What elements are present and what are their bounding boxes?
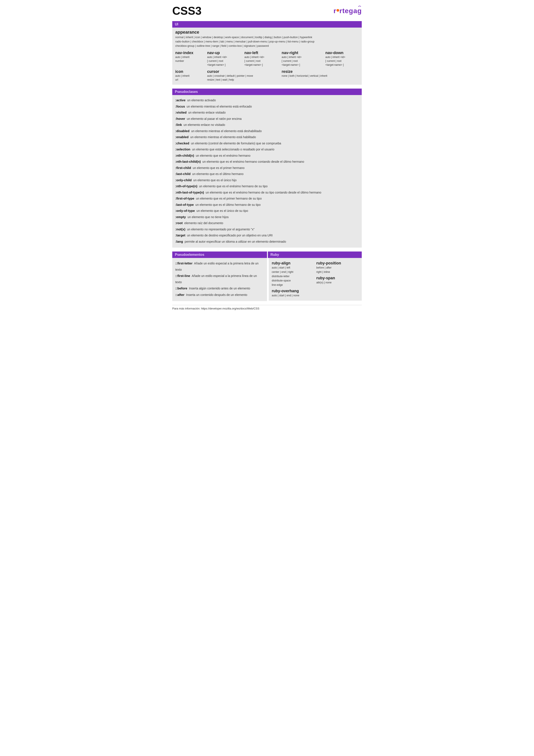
pseudo-only-child: :only-child un elemento que es el único … xyxy=(175,177,359,183)
pseudo-first-child: :first-child un elemento que es el prime… xyxy=(175,165,359,171)
ruby-position-title: ruby-position xyxy=(316,261,359,265)
nav-index-title: nav-index xyxy=(175,51,205,55)
pseudo-checked: :checked un elemento (control de element… xyxy=(175,140,359,147)
nav-down-title: nav-down xyxy=(325,51,366,55)
bottom-grid: Pseudoelementos ::first-letter Añade un … xyxy=(172,252,362,301)
pseudo-last-child: :last-child un elemento que es el último… xyxy=(175,171,359,177)
pseudoclases-section-header: Pseudoclases xyxy=(172,89,362,95)
nav-right-prop: nav-right auto | inherit <id>[ current |… xyxy=(282,50,324,67)
pseudo-visited: :visited un elemento enlace visitado xyxy=(175,109,359,116)
ruby-overhang-values: auto | start | end | none xyxy=(272,293,314,298)
pseudo-nth-of-type: :nth-of-type(n) un elemento que es el en… xyxy=(175,183,359,189)
nav-down-values: auto | inherit <id>[ current | root<targ… xyxy=(325,55,366,67)
pseudo-last-of-type: :last-of-type un elemento que es el últi… xyxy=(175,202,359,208)
pseudo-empty: :empty un elemento que no tiene hijos xyxy=(175,214,359,220)
icon-prop: icon auto | inheriturl xyxy=(175,68,205,82)
ruby-position-values: before | afterright | inline xyxy=(316,265,359,274)
pseudo-active: :active un elemento activado xyxy=(175,97,359,103)
pseudo-target: :target un elemento de destino especific… xyxy=(175,232,359,239)
cursor-values: auto | crosshair | default | pointer | m… xyxy=(207,74,280,82)
icon-title: icon xyxy=(175,69,205,74)
ruby-section-header: Ruby xyxy=(268,252,362,258)
pseudo-first-line: ::first-line Añade un estilo especial a … xyxy=(175,273,264,285)
pseudoclases-section-body: :active un elemento activado :focus un e… xyxy=(172,95,362,248)
dot-orange-icon xyxy=(337,9,339,12)
ruby-align-title: ruby-align xyxy=(272,261,314,265)
pseudo-disabled: :disabled un elemento mientras el elemen… xyxy=(175,128,359,134)
ui-section-header: UI xyxy=(172,21,362,28)
ruby-align-values: auto | start | leftcenter | end | rightd… xyxy=(272,265,314,287)
pseudoelementos-section-body: ::first-letter Añade un estilo especial … xyxy=(172,258,267,301)
resize-prop: resize none | both | horizontal | vertic… xyxy=(282,68,366,78)
brand-logo: rrtegag xyxy=(334,7,362,15)
ui-section-body: appearance normal | inherit | icon | win… xyxy=(172,28,362,85)
ruby-props-grid: ruby-align auto | start | leftcenter | e… xyxy=(272,260,359,298)
pseudo-focus: :focus un elemento mientras el elemento … xyxy=(175,103,359,110)
nav-left-prop: nav-left auto | inherit <id>[ current | … xyxy=(244,50,280,67)
pseudo-not: :not(x) un elemento no representado por … xyxy=(175,226,359,232)
brand-hat: g xyxy=(357,7,362,15)
ruby-section-body: ruby-align auto | start | leftcenter | e… xyxy=(269,258,362,301)
pseudo-nth-child: :nth-child(n) un elemento que es el enés… xyxy=(175,152,359,159)
page-header: CSS3 rrtegag xyxy=(172,4,362,17)
cursor-prop: cursor auto | crosshair | default | poin… xyxy=(207,68,280,82)
ruby-span-title: ruby-span xyxy=(316,276,359,281)
resize-title: resize xyxy=(282,69,366,74)
pseudoelementos-col: Pseudoelementos ::first-letter Añade un … xyxy=(172,252,267,301)
nav-up-title: nav-up xyxy=(207,51,243,55)
pseudo-nth-last-of-type: :nth-last-of-type(n) un elemento que es … xyxy=(175,189,359,196)
nav-right-title: nav-right xyxy=(282,51,324,55)
nav-index-prop: nav-index auto | inheritnumber xyxy=(175,50,205,63)
pseudo-after: ::after Inserta un contenido después de … xyxy=(175,292,264,298)
nav-left-values: auto | inherit <id>[ current | root<targ… xyxy=(244,55,280,67)
nav-right-values: auto | inherit <id>[ current | root<targ… xyxy=(282,55,324,67)
footer: Para más información: https://developer.… xyxy=(172,305,362,310)
ui-props-grid: nav-index auto | inheritnumber nav-up au… xyxy=(175,50,359,82)
page-title: CSS3 xyxy=(172,4,202,17)
ruby-overhang-title: ruby-overhang xyxy=(272,289,314,293)
nav-down-prop: nav-down auto | inherit <id>[ current | … xyxy=(325,50,366,67)
pseudo-only-of-type: :only-of-type un elemento que es el únic… xyxy=(175,208,359,214)
pseudo-nth-last-child: :nth-last-child(n) un elemento que es el… xyxy=(175,159,359,165)
pseudo-hover: :hover un elemento al pasar el ratón por… xyxy=(175,116,359,122)
pseudo-lang: :lang permite al autor especificar un id… xyxy=(175,239,359,245)
pseudo-link: :link un elemento enlace no visitado xyxy=(175,122,359,128)
pseudo-enabled: :enabled un elemento mientras el element… xyxy=(175,134,359,140)
pseudo-first-of-type: :first-of-type un elemento que es el pri… xyxy=(175,196,359,202)
nav-up-prop: nav-up auto | inherit <id>[ current | ro… xyxy=(207,50,243,67)
ruby-span-values: attr(x) | none xyxy=(316,281,359,285)
nav-index-values: auto | inheritnumber xyxy=(175,55,205,63)
appearance-values: normal | inherit | icon | window | deskt… xyxy=(175,35,359,48)
pseudo-first-letter: ::first-letter Añade un estilo especial … xyxy=(175,260,264,273)
nav-left-title: nav-left xyxy=(244,51,280,55)
ruby-col: Ruby ruby-align auto | start | leftcente… xyxy=(268,252,362,301)
pseudoelementos-section-header: Pseudoelementos xyxy=(172,252,267,258)
resize-values: none | both | horizontal | vertical | in… xyxy=(282,74,366,78)
footer-text: Para más información: https://developer.… xyxy=(172,307,259,310)
icon-values: auto | inheriturl xyxy=(175,74,205,82)
nav-up-values: auto | inherit <id>[ current | root<targ… xyxy=(207,55,243,67)
appearance-title: appearance xyxy=(175,30,359,35)
cursor-title: cursor xyxy=(207,69,280,74)
ruby-align-prop: ruby-align auto | start | leftcenter | e… xyxy=(272,260,314,298)
ruby-position-prop: ruby-position before | afterright | inli… xyxy=(316,260,359,298)
pseudo-before: ::before Inserta algún contenido antes d… xyxy=(175,285,264,292)
pseudo-root: :root elemento raíz del documento xyxy=(175,220,359,226)
pseudo-selection: :selection un elemento que está seleccio… xyxy=(175,146,359,152)
